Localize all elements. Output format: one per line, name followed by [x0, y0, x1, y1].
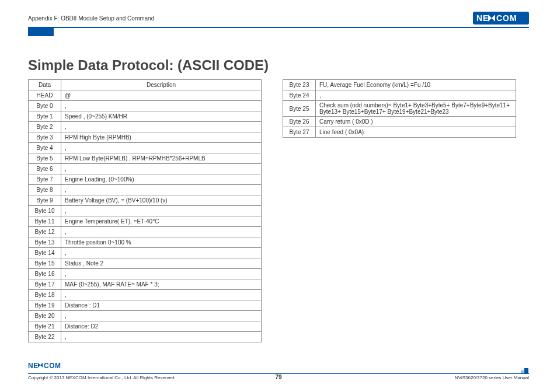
cell-byte: Byte 13	[29, 237, 61, 248]
table-row: Byte 23FU, Average Fuel Economy (km/L) =…	[283, 80, 516, 90]
cell-byte: Byte 15	[29, 258, 61, 269]
table-row: Byte 0,	[29, 101, 262, 111]
table-row: Byte 19Distance : D1	[29, 300, 262, 311]
page-title: Simple Data Protocol: (ASCII CODE)	[28, 57, 529, 74]
cell-byte: Byte 14	[29, 248, 61, 258]
cell-byte: Byte 10	[29, 206, 61, 216]
table-row: Byte 7Engine Loading, (0~100%)	[29, 174, 262, 185]
svg-text:COM: COM	[496, 13, 517, 23]
cell-byte: Byte 2	[29, 122, 61, 132]
cell-byte: Byte 4	[29, 143, 61, 153]
cell-description: Carry return ( 0x0D )	[316, 117, 516, 127]
cell-byte: Byte 19	[29, 300, 61, 311]
cell-description: Engine Loading, (0~100%)	[61, 174, 262, 185]
tables-container: Data Description HEAD@Byte 0,Byte 1Speed…	[28, 79, 529, 342]
cell-byte: Byte 11	[29, 216, 61, 227]
cell-description: Battery Voltage (BV), = (BV+100)/10 (v)	[61, 195, 262, 206]
svg-text:COM: COM	[44, 362, 61, 370]
table-row: Byte 25Check sum (odd numbers)= Byte1+ B…	[283, 101, 516, 117]
table-row: Byte 21Distance: D2	[29, 321, 262, 332]
table-row: Byte 22,	[29, 332, 262, 342]
page-footer: NE COM Copyright © 2013 NEXCOM Internati…	[28, 362, 529, 380]
cell-description: ,	[61, 311, 262, 321]
cell-description: RPM Low Byte(RPMLB) , RPM=RPMHB*256+RPML…	[61, 153, 262, 164]
cell-byte: Byte 24	[283, 90, 316, 101]
footer-decoration-icon	[521, 368, 529, 375]
cell-description: ,	[61, 248, 262, 258]
table-row: Byte 12,	[29, 227, 262, 237]
cell-byte: Byte 5	[29, 153, 61, 164]
cell-byte: Byte 0	[29, 101, 61, 111]
cell-description: RPM High Byte (RPMHB)	[61, 132, 262, 143]
cell-byte: Byte 7	[29, 174, 61, 185]
svg-rect-9	[521, 370, 524, 373]
protocol-table-left: Data Description HEAD@Byte 0,Byte 1Speed…	[28, 79, 262, 342]
cell-description: ,	[61, 122, 262, 132]
table-row: Byte 4,	[29, 143, 262, 153]
cell-byte: Byte 23	[283, 80, 316, 90]
cell-description: Engine Temperature( ET), =ET-40°C	[61, 216, 262, 227]
table-row: Byte 5RPM Low Byte(RPMLB) , RPM=RPMHB*25…	[29, 153, 262, 164]
cell-description: Check sum (odd numbers)= Byte1+ Byte3+By…	[316, 101, 516, 117]
cell-description: Speed , (0~255) KM/HR	[61, 111, 262, 122]
copyright-text: Copyright © 2013 NEXCOM International Co…	[28, 375, 176, 380]
table-row: Byte 11Engine Temperature( ET), =ET-40°C	[29, 216, 262, 227]
cell-description: ,	[61, 206, 262, 216]
cell-byte: Byte 20	[29, 311, 61, 321]
cell-description: Distance : D1	[61, 300, 262, 311]
cell-description: ,	[61, 143, 262, 153]
cell-byte: Byte 9	[29, 195, 61, 206]
cell-byte: Byte 3	[29, 132, 61, 143]
page-header: Appendix F: OBDII Module Setup and Comma…	[28, 12, 529, 28]
cell-description: @	[61, 90, 262, 101]
table-row: Byte 10,	[29, 206, 262, 216]
table-row: Byte 2,	[29, 122, 262, 132]
cell-description: ,	[61, 227, 262, 237]
table-header-row: Data Description	[29, 80, 262, 90]
page-number: 79	[275, 374, 281, 380]
table-row: Byte 18,	[29, 290, 262, 300]
brand-logo-bottom: NE COM	[28, 362, 529, 372]
table-row: Byte 20,	[29, 311, 262, 321]
cell-description: Line feed ( 0x0A)	[316, 127, 516, 138]
cell-byte: Byte 25	[283, 101, 316, 117]
svg-text:NE: NE	[28, 362, 39, 370]
table-row: Byte 26Carry return ( 0x0D )	[283, 117, 516, 127]
cell-byte: Byte 27	[283, 127, 316, 138]
cell-description: ,	[316, 90, 516, 101]
svg-marker-6	[38, 363, 40, 368]
col-header-description: Description	[61, 80, 262, 90]
table-row: Byte 6,	[29, 164, 262, 174]
table-row: Byte 8,	[29, 185, 262, 195]
cell-byte: Byte 22	[29, 332, 61, 342]
table-row: Byte 15Status , Note 2	[29, 258, 262, 269]
svg-rect-10	[524, 368, 528, 373]
cell-description: ,	[61, 332, 262, 342]
cell-byte: Byte 12	[29, 227, 61, 237]
cell-description: ,	[61, 290, 262, 300]
col-header-data: Data	[29, 80, 61, 90]
svg-marker-7	[40, 363, 43, 368]
cell-description: ,	[61, 164, 262, 174]
header-tab-decoration	[28, 28, 54, 36]
cell-description: Throttle position 0~100 %	[61, 237, 262, 248]
cell-byte: Byte 21	[29, 321, 61, 332]
cell-description: Distance: D2	[61, 321, 262, 332]
table-row: Byte 17MAF (0~255), MAF RATE= MAF * 3;	[29, 279, 262, 290]
cell-description: ,	[61, 101, 262, 111]
cell-byte: Byte 8	[29, 185, 61, 195]
table-row: Byte 14,	[29, 248, 262, 258]
cell-byte: Byte 6	[29, 164, 61, 174]
svg-text:NE: NE	[476, 13, 489, 23]
cell-description: Status , Note 2	[61, 258, 262, 269]
appendix-label: Appendix F: OBDII Module Setup and Comma…	[28, 15, 154, 22]
table-row: HEAD@	[29, 90, 262, 101]
table-row: Byte 24,	[283, 90, 516, 101]
cell-byte: Byte 17	[29, 279, 61, 290]
table-row: Byte 1Speed , (0~255) KM/HR	[29, 111, 262, 122]
cell-description: MAF (0~255), MAF RATE= MAF * 3;	[61, 279, 262, 290]
table-row: Byte 27Line feed ( 0x0A)	[283, 127, 516, 138]
table-row: Byte 9Battery Voltage (BV), = (BV+100)/1…	[29, 195, 262, 206]
cell-byte: Byte 1	[29, 111, 61, 122]
cell-description: ,	[61, 185, 262, 195]
